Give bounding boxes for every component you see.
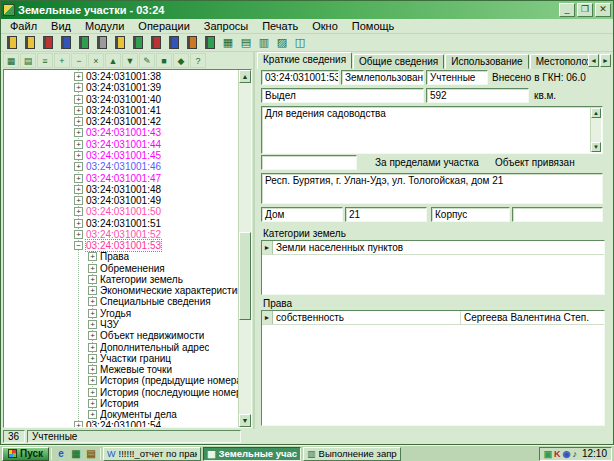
menu-item-4[interactable]: Запросы — [197, 19, 255, 33]
record-status-field[interactable]: Учтенные — [426, 70, 488, 85]
maximize-button[interactable]: ❐ — [577, 3, 593, 17]
add-record-icon[interactable]: + — [54, 53, 70, 68]
delete-icon[interactable]: × — [88, 53, 104, 68]
building-label-field[interactable]: Корпус — [431, 207, 510, 222]
tree-item[interactable]: +03:24:031001:49 — [4, 195, 238, 206]
tree-item[interactable]: +История (последующие номера) — [4, 386, 238, 397]
notebook-yellow-icon[interactable] — [22, 35, 38, 51]
tree-item[interactable]: +История — [4, 398, 238, 409]
cadastral-number-field[interactable]: 03:24:031001:53 — [261, 70, 339, 85]
internet-explorer-icon[interactable]: e — [54, 447, 68, 460]
expand-icon[interactable]: + — [88, 320, 97, 329]
tree-item[interactable]: +03:24:031001:44 — [4, 139, 238, 150]
tree-item[interactable]: +Категории земель — [4, 274, 238, 285]
details-icon[interactable]: ≡ — [37, 53, 53, 68]
filter-icon[interactable]: ◆ — [173, 53, 189, 68]
scrollbar-thumb[interactable] — [239, 232, 251, 320]
scroll-up-icon[interactable]: ▲ — [239, 70, 251, 83]
book-gray-icon[interactable] — [94, 35, 110, 51]
tree-item[interactable]: +Дополнительный адрес — [4, 341, 238, 352]
expand-icon[interactable]: + — [74, 207, 83, 216]
table-icon[interactable]: ▦ — [220, 35, 236, 51]
tab-3[interactable]: Местоположение — [530, 54, 589, 69]
book-blue-icon[interactable] — [166, 35, 182, 51]
scrollbar-track[interactable] — [239, 83, 251, 414]
map-icon[interactable]: ◫ — [292, 35, 308, 51]
tree-item[interactable]: +03:24:031001:51 — [4, 217, 238, 228]
tree-item[interactable]: +03:24:031001:43 — [4, 127, 238, 138]
tab-scroll-left-icon[interactable]: ◄ — [588, 54, 599, 67]
tab-0[interactable]: Краткие сведения — [257, 52, 352, 69]
expand-icon[interactable]: + — [74, 174, 83, 183]
tab-1[interactable]: Общие сведения — [353, 54, 444, 69]
table-icon[interactable]: ▤ — [238, 35, 254, 51]
tree-item[interactable]: +03:24:031001:48 — [4, 184, 238, 195]
parcel-type-field[interactable]: Землепользование — [341, 70, 424, 85]
scroll-up-icon[interactable]: ▲ — [591, 108, 601, 118]
table-view-icon[interactable]: ▦ — [3, 53, 19, 68]
expand-icon[interactable]: + — [88, 286, 97, 295]
address-field[interactable]: Респ. Бурятия, г. Улан-Удэ, ул. Тологойс… — [261, 173, 603, 204]
expand-icon[interactable]: + — [88, 388, 97, 397]
desktop-icon[interactable]: ▦ — [69, 447, 83, 460]
permitted-use-textarea[interactable]: Для ведения садоводства ▲ ▼ — [261, 106, 603, 154]
tree-item[interactable]: +Специальные сведения — [4, 296, 238, 307]
stop-icon[interactable]: ■ — [156, 53, 172, 68]
expand-icon[interactable]: + — [88, 354, 97, 363]
tree-item[interactable]: +03:24:031001:47 — [4, 172, 238, 183]
expand-icon[interactable]: + — [88, 297, 97, 306]
document-icon[interactable]: ▤ — [84, 447, 98, 460]
expand-icon[interactable]: + — [88, 365, 97, 374]
tree-item[interactable]: +03:24:031001:52 — [4, 229, 238, 240]
tree-item[interactable]: +03:24:031001:40 — [4, 94, 238, 105]
tree-item[interactable]: +Межевые точки — [4, 364, 238, 375]
grid-icon[interactable]: ▥ — [256, 35, 272, 51]
expand-icon[interactable]: + — [74, 128, 83, 137]
taskbar-task-1[interactable]: ▦Земельные участ... — [203, 447, 301, 461]
tab-scroll-right-icon[interactable]: ► — [600, 54, 611, 67]
expand-icon[interactable]: + — [74, 230, 83, 239]
expand-icon[interactable]: + — [88, 376, 97, 385]
tab-2[interactable]: Использование — [445, 54, 528, 69]
house-number-field[interactable]: 21 — [345, 207, 427, 222]
book-yellow-icon[interactable] — [112, 35, 128, 51]
tree-item[interactable]: +Угодья — [4, 308, 238, 319]
house-label-field[interactable]: Дом — [261, 207, 343, 222]
book-red-icon[interactable] — [40, 35, 56, 51]
book-green-icon[interactable] — [130, 35, 146, 51]
start-button[interactable]: Пуск — [2, 447, 49, 461]
area-field[interactable]: 592 — [426, 88, 529, 103]
expand-icon[interactable]: + — [74, 162, 83, 171]
tree-item[interactable]: +03:24:031001:39 — [4, 82, 238, 93]
textarea-scrollbar[interactable]: ▲ ▼ — [590, 108, 601, 152]
tree-item[interactable]: +03:24:031001:54 — [4, 420, 238, 427]
sort-asc-icon[interactable]: ▲ — [105, 53, 121, 68]
outside-parcel-field[interactable] — [261, 155, 357, 170]
tree-item[interactable]: +Объект недвижимости — [4, 330, 238, 341]
tree-scrollbar[interactable]: ▲ ▼ — [238, 70, 251, 427]
tree-item[interactable]: +03:24:031001:45 — [4, 150, 238, 161]
expand-icon[interactable]: + — [74, 140, 83, 149]
tree-item[interactable]: +03:24:031001:42 — [4, 116, 238, 127]
category-row[interactable]: ►Земли населенных пунктов — [262, 241, 604, 255]
book-orange-icon[interactable] — [184, 35, 200, 51]
book-green-icon[interactable] — [202, 35, 218, 51]
tree-item[interactable]: +Экономические характеристики — [4, 285, 238, 296]
menu-item-3[interactable]: Операции — [131, 19, 196, 33]
help-icon[interactable]: ? — [190, 53, 206, 68]
minimize-button[interactable]: _ — [559, 3, 575, 17]
right-row[interactable]: ►собственностьСергеева Валентина Степ. — [262, 311, 604, 325]
tree-item[interactable]: +Обременения — [4, 263, 238, 274]
taskbar-task-0[interactable]: W!!!!!!_отчет по практи... — [103, 447, 201, 461]
tree-item[interactable]: −03:24:031001:53 — [4, 240, 238, 251]
expand-icon[interactable]: + — [88, 343, 97, 352]
expand-icon[interactable]: + — [88, 264, 97, 273]
collapse-icon[interactable]: − — [74, 241, 83, 250]
tree-item[interactable]: +Права — [4, 251, 238, 262]
volume-tray-icon[interactable]: ♪ — [572, 448, 577, 460]
tree-item[interactable]: +История (предыдущие номера) — [4, 375, 238, 386]
menu-item-2[interactable]: Модули — [78, 19, 131, 33]
expand-icon[interactable]: + — [88, 309, 97, 318]
scroll-down-icon[interactable]: ▼ — [591, 142, 601, 152]
close-button[interactable]: ✕ — [595, 3, 611, 17]
